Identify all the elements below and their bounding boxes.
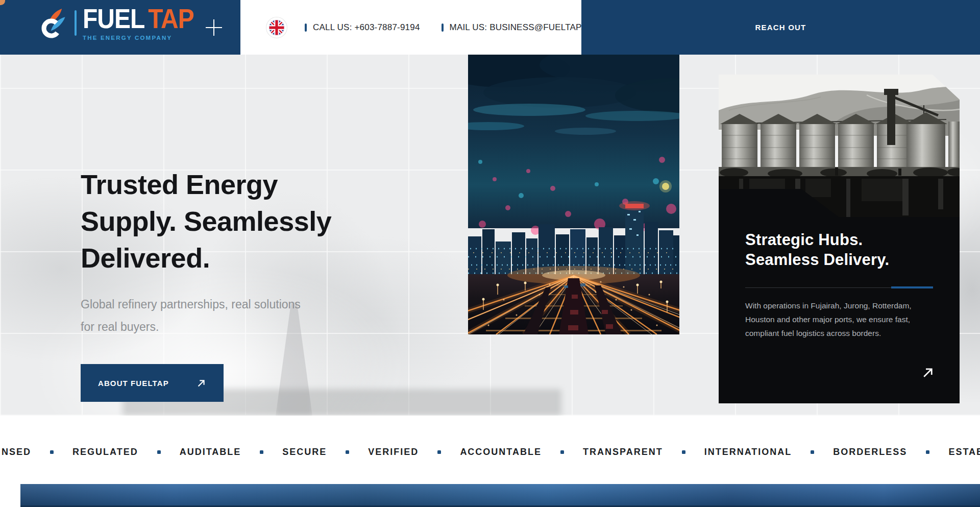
hero-section: Trusted Energy Supply. Seamlessly Delive… xyxy=(0,55,980,416)
menu-plus-button[interactable] xyxy=(204,18,224,37)
logo-text-tap: TAP xyxy=(148,4,193,34)
marquee-dot-icon xyxy=(346,450,349,454)
marquee-dot-icon xyxy=(926,450,929,454)
call-us-item: CALL US: +603-7887-9194 xyxy=(305,22,420,33)
uk-flag-icon[interactable] xyxy=(266,17,287,38)
bottom-blue-bar xyxy=(20,484,980,507)
mail-us-link[interactable]: MAIL US: BUSINESS@FUELTAP.CO xyxy=(450,22,597,33)
header-brand-block: FUELTAP THE ENERGY COMPANY xyxy=(0,0,240,55)
card-arrow-up-right-icon[interactable] xyxy=(921,365,936,380)
marquee-dot-icon xyxy=(260,450,263,454)
marquee-item: AUDITABLE xyxy=(180,447,241,457)
marquee-item: VERIFIED xyxy=(368,447,419,457)
strategic-hubs-card[interactable]: Strategic Hubs. Seamless Delivery. With … xyxy=(719,75,960,403)
marquee-item: REGULATED xyxy=(72,447,138,457)
marquee-item: NSED xyxy=(2,447,31,457)
card-divider-accent xyxy=(891,286,933,288)
marquee-item: INTERNATIONAL xyxy=(704,447,792,457)
tick-bar-icon xyxy=(442,23,444,32)
about-fueltap-button[interactable]: ABOUT FUELTAP xyxy=(81,364,224,402)
marquee-item: ACCOUNTABLE xyxy=(460,447,542,457)
marquee-item: TRANSPARENT xyxy=(583,447,663,457)
marquee-row: NSED REGULATED AUDITABLE SECURE VERIFIED… xyxy=(2,447,980,457)
marquee-item: BORDERLESS xyxy=(833,447,907,457)
card-panel: Strategic Hubs. Seamless Delivery. With … xyxy=(719,189,960,403)
hero-image-rail-yard xyxy=(468,55,679,334)
hero-subtitle: Global refinery partnerships, real solut… xyxy=(81,293,301,338)
flame-drop-icon xyxy=(39,7,68,39)
logo-divider xyxy=(75,10,77,36)
card-divider xyxy=(745,287,933,288)
about-button-label: ABOUT FUELTAP xyxy=(98,379,169,388)
card-body-text: With operations in Fujairah, Jurong, Rot… xyxy=(745,299,912,340)
marquee-dot-icon xyxy=(50,450,54,454)
page: FUELTAP THE ENERGY COMPANY xyxy=(0,0,980,507)
hero-title: Trusted Energy Supply. Seamlessly Delive… xyxy=(81,166,331,276)
header-contact-bar: CALL US: +603-7887-9194 MAIL US: BUSINES… xyxy=(240,0,581,55)
call-us-link[interactable]: CALL US: +603-7887-9194 xyxy=(313,22,420,33)
marquee-item: SECURE xyxy=(282,447,327,457)
marquee-dot-icon xyxy=(560,450,564,454)
marquee-item: ESTABLISHED xyxy=(948,447,980,457)
marquee-dot-icon xyxy=(437,450,441,454)
header: FUELTAP THE ENERGY COMPANY xyxy=(0,0,980,55)
reach-out-link[interactable]: REACH OUT xyxy=(755,23,806,32)
logo-text-fuel: FUEL xyxy=(83,4,144,34)
tick-bar-icon xyxy=(305,23,307,32)
marquee-dot-icon xyxy=(811,450,814,454)
marquee-dot-icon xyxy=(682,450,685,454)
marquee-dot-icon xyxy=(157,450,161,454)
card-title: Strategic Hubs. Seamless Delivery. xyxy=(745,230,889,270)
mail-us-item: MAIL US: BUSINESS@FUELTAP.CO xyxy=(442,22,597,33)
header-cta-block: REACH OUT xyxy=(581,0,980,55)
arrow-up-right-icon xyxy=(196,377,207,389)
logo[interactable]: FUELTAP THE ENERGY COMPANY xyxy=(39,5,194,41)
trust-marquee: NSED REGULATED AUDITABLE SECURE VERIFIED… xyxy=(0,416,980,484)
logo-tagline: THE ENERGY COMPANY xyxy=(83,35,194,41)
logo-wordmark: FUELTAP xyxy=(83,5,194,33)
